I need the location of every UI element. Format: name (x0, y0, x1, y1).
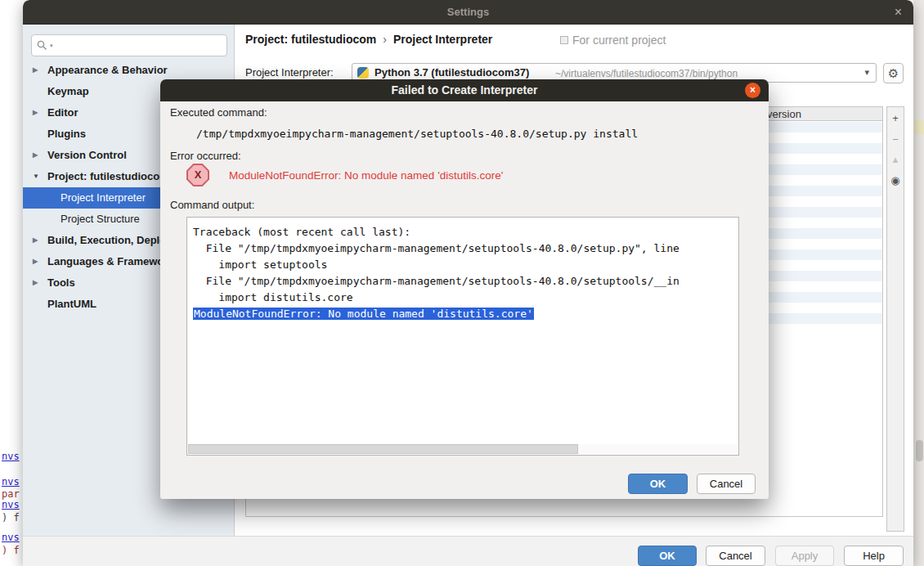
interpreter-settings-button[interactable]: ⚙ (883, 63, 904, 83)
background-link-text: nvs (2, 476, 20, 487)
eye-icon[interactable]: ◉ (887, 174, 904, 186)
output-line: File "/tmp/tmpdxmyoeimpycharm-management… (187, 240, 738, 257)
background-text: ) f (2, 545, 20, 556)
background-link-text: nvs (2, 499, 20, 510)
scope-text: For current project (572, 34, 666, 47)
failed-interpreter-dialog: Failed to Create Interpreter × Executed … (160, 79, 769, 499)
add-package-icon[interactable]: + (887, 112, 904, 124)
output-line: Traceback (most recent call last): (187, 224, 738, 240)
search-options-arrow-icon[interactable]: ▾ (50, 43, 53, 49)
help-button[interactable]: Help (844, 546, 904, 566)
executed-command-text: /tmp/tmpdxmyoeimpycharm-management/setup… (196, 128, 638, 140)
interpreter-label: Project Interpreter: (245, 66, 334, 79)
ok-button[interactable]: OK (638, 546, 697, 566)
project-scope-icon (560, 36, 568, 44)
selected-error-text: ModuleNotFoundError: No module named 'di… (193, 308, 534, 320)
window-close-icon[interactable]: × (895, 0, 902, 25)
executed-command-label: Executed command: (170, 106, 267, 119)
sidebar-item-label: Project Structure (61, 209, 140, 230)
sidebar-item-label: Project Interpreter (61, 187, 146, 209)
search-icon (37, 40, 47, 51)
sidebar-item-label: Plugins (47, 124, 86, 145)
error-occurred-label: Error occurred: (170, 150, 241, 162)
sidebar-item-label: Tools (47, 272, 75, 294)
output-line: File "/tmp/tmpdxmyoeimpycharm-management… (187, 273, 738, 290)
background-highlight-patch (914, 120, 924, 134)
chevron-right-icon[interactable]: ▶ (33, 230, 38, 251)
sidebar-item-label: PlantUML (47, 294, 96, 315)
sidebar-item-label: Version Control (47, 145, 127, 166)
sidebar-item-label: Keymap (47, 81, 89, 102)
cancel-button[interactable]: Cancel (706, 546, 765, 566)
interpreter-path: ~/virtualenvs/futilestudiocom37/bin/pyth… (555, 68, 738, 79)
interpreter-value: Python 3.7 (futilestudiocom37) (375, 66, 529, 79)
chevron-right-icon[interactable]: ▶ (33, 102, 38, 124)
desktop-background-right (913, 0, 924, 566)
dialog-ok-button[interactable]: OK (628, 474, 688, 494)
chevron-right-icon[interactable]: ▶ (33, 60, 38, 81)
error-message: ModuleNotFoundError: No module named 'di… (229, 169, 503, 182)
background-link-text: nvs (2, 451, 20, 462)
breadcrumb-project[interactable]: Project: futilestudiocom (245, 33, 376, 46)
dialog-titlebar[interactable]: Failed to Create Interpreter × (160, 79, 769, 101)
chevron-right-icon[interactable]: ▶ (33, 272, 38, 294)
apply-button[interactable]: Apply (775, 546, 834, 566)
window-title: Settings (23, 0, 913, 25)
window-titlebar[interactable]: Settings × (23, 0, 913, 25)
settings-search-box[interactable]: ▾ (31, 34, 227, 56)
error-icon: X (186, 164, 209, 186)
search-input[interactable] (58, 37, 222, 54)
chevron-right-icon[interactable]: ▶ (33, 251, 38, 272)
sidebar-item-label: Editor (47, 102, 78, 124)
breadcrumb-page: Project Interpreter (393, 33, 492, 46)
output-line: import setuptools (187, 257, 738, 273)
gear-icon: ⚙ (888, 66, 899, 80)
packages-toolbar: + − ▲ ◉ (886, 106, 904, 532)
sidebar-item-appearance-behavior[interactable]: ▶ Appearance & Behavior (23, 60, 235, 81)
horizontal-scrollbar[interactable] (188, 444, 738, 454)
background-link-text: nvs (2, 532, 20, 543)
command-output-label: Command output: (170, 199, 254, 211)
output-line-highlighted: ModuleNotFoundError: No module named 'di… (187, 306, 738, 322)
output-line: import distutils.core (187, 290, 738, 306)
command-output-box[interactable]: Traceback (most recent call last): File … (186, 217, 739, 456)
remove-package-icon[interactable]: − (887, 133, 904, 146)
breadcrumb: Project: futilestudiocom›Project Interpr… (245, 33, 492, 49)
error-icon-glyph: X (188, 165, 208, 185)
dialog-title: Failed to Create Interpreter (160, 79, 769, 101)
scrollbar-thumb[interactable] (188, 444, 578, 454)
background-text: ) f (2, 512, 20, 523)
sidebar-item-label: Appearance & Behavior (47, 60, 168, 81)
dialog-cancel-button[interactable]: Cancel (697, 474, 756, 494)
python-icon (357, 67, 369, 79)
sidebar-item-label: Project: futilestudiocom (47, 166, 169, 187)
chevron-right-icon[interactable]: ▶ (33, 145, 38, 166)
settings-footer: OK Cancel Apply Help (23, 536, 913, 566)
upgrade-package-icon[interactable]: ▲ (887, 155, 904, 164)
breadcrumb-separator: › (383, 33, 387, 46)
scope-label: For current project (560, 34, 666, 47)
dropdown-arrow-icon[interactable]: ▾ (864, 67, 869, 78)
background-scrollbar (916, 440, 923, 461)
chevron-down-icon[interactable]: ▼ (33, 166, 39, 187)
background-text: par (2, 488, 20, 500)
dialog-close-icon[interactable]: × (745, 83, 760, 98)
